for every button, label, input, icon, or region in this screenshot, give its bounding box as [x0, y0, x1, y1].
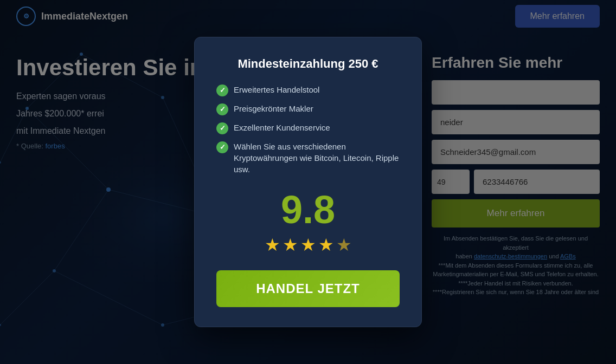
feature-2-text: Preisgekrönter Makler: [234, 103, 313, 114]
star-4: ★: [318, 235, 334, 255]
check-icon-4: [216, 141, 228, 153]
feature-1-text: Erweitertes Handelstool: [234, 84, 319, 95]
check-icon-3: [216, 122, 228, 134]
modal-dialog: Mindesteinzahlung 250 € Erweitertes Hand…: [194, 37, 422, 327]
list-item: Wählen Sie aus verschiedenen Kryptowähru…: [216, 141, 400, 175]
check-icon-1: [216, 84, 228, 96]
handel-jetzt-button[interactable]: HANDEL JETZT: [216, 270, 400, 307]
star-1: ★: [265, 235, 280, 255]
feature-list: Erweitertes Handelstool Preisgekrönter M…: [216, 84, 400, 175]
list-item: Exzellenter Kundenservice: [216, 122, 400, 134]
list-item: Erweitertes Handelstool: [216, 84, 400, 96]
modal-overlay: Mindesteinzahlung 250 € Erweitertes Hand…: [0, 0, 616, 364]
list-item: Preisgekrönter Makler: [216, 103, 400, 115]
rating-number: 9.8: [216, 190, 400, 229]
modal-title: Mindesteinzahlung 250 €: [216, 57, 400, 71]
feature-3-text: Exzellenter Kundenservice: [234, 122, 330, 133]
star-half: ★: [336, 235, 352, 255]
stars-row: ★ ★ ★ ★ ★: [216, 235, 400, 255]
star-2: ★: [283, 235, 298, 255]
feature-4-text: Wählen Sie aus verschiedenen Kryptowähru…: [234, 141, 400, 175]
check-icon-2: [216, 103, 228, 115]
star-3: ★: [300, 235, 316, 255]
